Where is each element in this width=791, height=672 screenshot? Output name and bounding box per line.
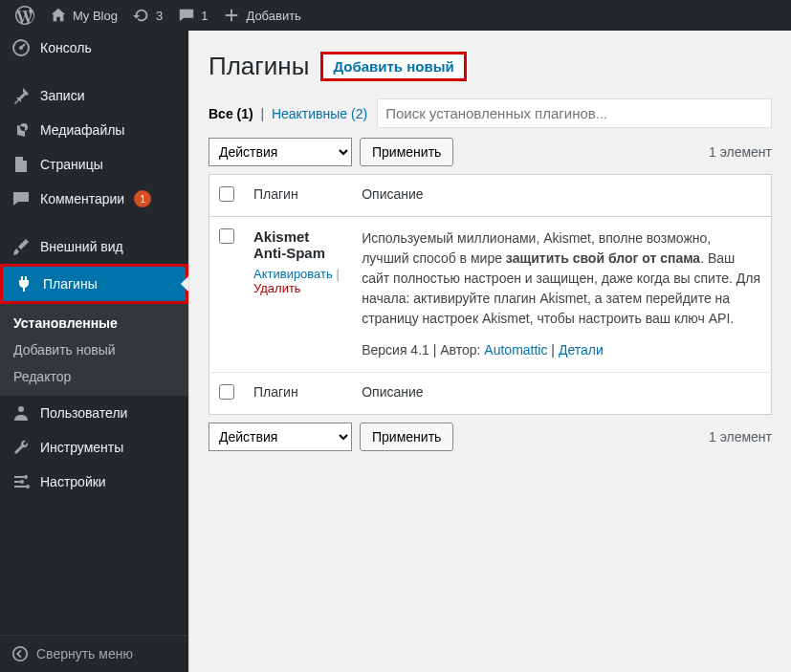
sidebar-item-label: Настройки	[40, 474, 106, 489]
main-content: Плагины Добавить новый Все (1) | Неактив…	[188, 31, 791, 672]
filter-inactive[interactable]: Неактивные (2)	[272, 106, 367, 121]
add-new-link[interactable]: Добавить	[215, 0, 308, 31]
brush-icon	[11, 237, 31, 256]
search-input[interactable]	[377, 98, 772, 128]
details-link[interactable]: Детали	[559, 342, 604, 358]
sidebar-item-label: Записи	[40, 88, 84, 103]
sidebar-item-label: Страницы	[40, 157, 103, 172]
activate-link[interactable]: Активировать	[253, 267, 333, 281]
collapse-icon	[11, 645, 29, 662]
sidebar-item-label: Инструменты	[40, 440, 123, 455]
comment-icon	[178, 7, 195, 24]
filter-links: Все (1) | Неактивные (2)	[209, 106, 367, 121]
add-new-label: Добавить	[246, 9, 300, 23]
svg-point-2	[18, 406, 24, 412]
select-all-bottom[interactable]	[219, 384, 234, 400]
dashboard-icon	[11, 38, 31, 57]
svg-point-6	[13, 647, 27, 661]
pin-icon	[11, 86, 31, 105]
plugins-table: Плагин Описание Akismet Anti-Spam Активи…	[209, 174, 772, 415]
col-description-foot[interactable]: Описание	[352, 373, 771, 415]
items-count: 1 элемент	[709, 144, 772, 160]
svg-point-4	[20, 480, 24, 484]
sidebar-item-label: Медиафайлы	[40, 122, 124, 138]
col-description[interactable]: Описание	[352, 175, 771, 217]
sidebar-item-media[interactable]: Медиафайлы	[0, 113, 188, 147]
plugin-name: Akismet Anti-Spam	[253, 228, 325, 261]
sidebar-item-posts[interactable]: Записи	[0, 78, 188, 113]
wrench-icon	[11, 438, 31, 457]
row-checkbox[interactable]	[219, 228, 234, 244]
table-row: Akismet Anti-Spam Активировать | Удалить…	[209, 217, 772, 373]
sidebar-item-label: Комментарии	[40, 191, 124, 206]
admin-sidebar: Консоль Записи Медиафайлы Страницы Комме…	[0, 31, 188, 672]
add-new-button[interactable]: Добавить новый	[320, 52, 466, 81]
apply-button-bottom[interactable]: Применить	[360, 423, 453, 451]
users-icon	[11, 403, 31, 423]
plugins-submenu: Установленные Добавить новый Редактор	[0, 304, 188, 396]
svg-point-5	[26, 485, 30, 488]
sliders-icon	[11, 472, 31, 491]
submenu-installed[interactable]: Установленные	[0, 310, 188, 336]
col-plugin-foot[interactable]: Плагин	[244, 373, 352, 415]
author-link[interactable]: Automattic	[484, 342, 547, 358]
delete-link[interactable]: Удалить	[253, 281, 301, 295]
sidebar-item-pages[interactable]: Страницы	[0, 147, 188, 182]
col-plugin[interactable]: Плагин	[244, 175, 352, 217]
sidebar-item-label: Плагины	[43, 276, 98, 292]
home-icon	[50, 7, 67, 24]
sidebar-item-plugins[interactable]: Плагины	[0, 264, 188, 304]
comments-link[interactable]: 1	[170, 0, 215, 31]
svg-point-1	[19, 46, 23, 50]
items-count-bottom: 1 элемент	[709, 429, 772, 444]
sidebar-item-users[interactable]: Пользователи	[0, 396, 188, 430]
sidebar-item-settings[interactable]: Настройки	[0, 465, 188, 499]
page-title: Плагины	[209, 52, 309, 81]
select-all-top[interactable]	[219, 186, 234, 202]
media-icon	[11, 120, 31, 140]
bulk-action-select-bottom[interactable]: Действия	[209, 423, 352, 451]
updates-count: 3	[156, 9, 163, 23]
site-name: My Blog	[73, 9, 118, 23]
sidebar-item-appearance[interactable]: Внешний вид	[0, 229, 188, 264]
bulk-action-select[interactable]: Действия	[209, 138, 352, 166]
apply-button[interactable]: Применить	[360, 138, 453, 166]
updates-link[interactable]: 3	[125, 0, 170, 31]
plus-icon	[223, 7, 240, 24]
svg-point-3	[24, 475, 28, 479]
submenu-editor[interactable]: Редактор	[0, 363, 188, 390]
collapse-label: Свернуть меню	[36, 646, 133, 661]
comments-count: 1	[201, 9, 208, 23]
refresh-icon	[133, 7, 150, 24]
sidebar-item-tools[interactable]: Инструменты	[0, 430, 188, 465]
collapse-menu[interactable]: Свернуть меню	[0, 635, 188, 672]
comment-icon	[11, 189, 31, 208]
comments-badge: 1	[134, 190, 151, 207]
admin-bar: My Blog 3 1 Добавить	[0, 0, 791, 31]
site-link[interactable]: My Blog	[42, 0, 125, 31]
filter-all[interactable]: Все (1)	[209, 106, 253, 121]
page-icon	[11, 155, 31, 174]
wp-logo[interactable]	[8, 0, 42, 31]
sidebar-item-label: Внешний вид	[40, 239, 123, 254]
plugin-icon	[14, 274, 33, 293]
plugin-meta: Версия 4.1 | Автор: Automattic | Детали	[362, 340, 761, 360]
submenu-add-new[interactable]: Добавить новый	[0, 336, 188, 363]
plugin-description: Используемый миллионами, Akismet, вполне…	[362, 230, 760, 326]
sidebar-item-dashboard[interactable]: Консоль	[0, 31, 188, 65]
sidebar-item-label: Пользователи	[40, 405, 127, 421]
sidebar-item-label: Консоль	[40, 40, 92, 55]
wordpress-icon	[15, 6, 34, 25]
sidebar-item-comments[interactable]: Комментарии 1	[0, 182, 188, 216]
